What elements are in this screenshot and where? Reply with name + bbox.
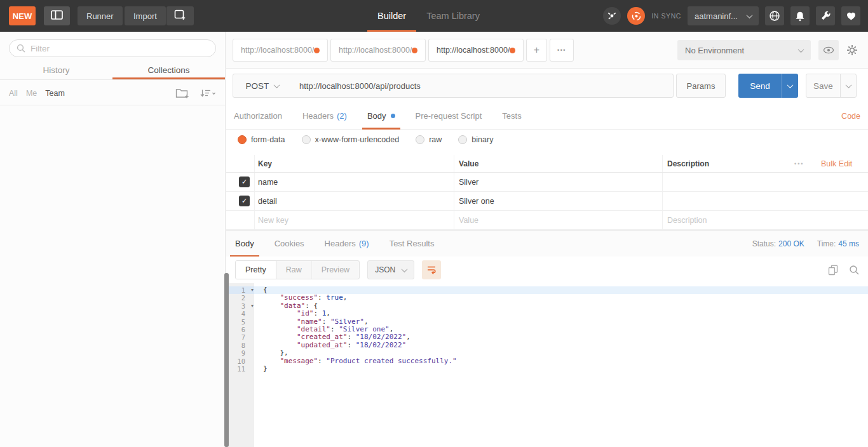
line-number: 4 xyxy=(226,310,254,317)
url-input[interactable] xyxy=(292,81,673,91)
view-mode-preview[interactable]: Preview xyxy=(312,261,359,279)
view-mode-group: PrettyRawPreview xyxy=(235,260,360,279)
table-more-button[interactable]: ••• xyxy=(794,155,804,173)
new-window-button[interactable] xyxy=(166,6,194,25)
settings-button[interactable] xyxy=(816,6,835,25)
gutter-cell[interactable]: 8 xyxy=(226,342,254,349)
fold-caret-icon[interactable]: ▾ xyxy=(251,302,254,310)
response-tab-test-results[interactable]: Test Results xyxy=(390,230,435,257)
browse-globe-button[interactable] xyxy=(765,6,784,25)
notifications-button[interactable] xyxy=(790,6,810,25)
sidebar-tab-history[interactable]: History xyxy=(0,62,112,79)
scope-me[interactable]: Me xyxy=(26,89,37,98)
fold-caret-icon[interactable]: ▾ xyxy=(251,286,254,294)
value-cell[interactable]: Silver xyxy=(459,173,478,192)
globe-icon xyxy=(769,10,780,22)
environment-preview-button[interactable] xyxy=(818,40,839,60)
runner-button[interactable]: Runner xyxy=(78,6,123,25)
response-body-editor[interactable]: 1▾{2 "success": true,3▾ "data": {4 "id":… xyxy=(226,283,868,447)
column-header-description: Description xyxy=(667,155,709,173)
request-tab[interactable]: http://localhost:8000/ xyxy=(428,39,524,62)
add-tab-button[interactable]: + xyxy=(526,39,547,62)
send-button[interactable]: Send xyxy=(738,74,798,98)
request-editor-tab-body[interactable]: Body xyxy=(367,103,395,130)
bulk-edit-link[interactable]: Bulk Edit xyxy=(821,155,852,173)
favorites-button[interactable] xyxy=(841,6,860,25)
response-tab-body[interactable]: Body xyxy=(235,230,254,257)
key-cell[interactable]: detail xyxy=(258,192,277,211)
key-cell[interactable]: name xyxy=(258,173,278,192)
gutter-cell[interactable]: 4 xyxy=(226,310,254,317)
more-tabs-button[interactable]: ••• xyxy=(550,39,574,62)
tab-label: Body xyxy=(235,239,254,248)
body-mode-x-www-form-urlencoded[interactable]: x-www-form-urlencoded xyxy=(302,135,400,144)
scope-team[interactable]: Team xyxy=(45,89,65,98)
table-row: ✓nameSilver xyxy=(226,173,868,192)
request-tab-strip: http://localhost:8000/http://localhost:8… xyxy=(226,32,868,69)
view-mode-raw[interactable]: Raw xyxy=(276,261,312,279)
method-select[interactable]: POST xyxy=(233,74,292,97)
gutter-cell[interactable]: 10 xyxy=(226,357,254,365)
gutter-cell[interactable]: 11 xyxy=(226,365,254,373)
header-count-badge: (2) xyxy=(337,111,347,121)
sort-icon[interactable] xyxy=(200,89,216,98)
response-tab-headers[interactable]: Headers(9) xyxy=(325,230,369,257)
code-link[interactable]: Code xyxy=(841,112,860,121)
new-description-placeholder[interactable]: Description xyxy=(667,211,707,230)
scope-all[interactable]: All xyxy=(9,89,18,98)
interceptor-icon[interactable] xyxy=(603,7,621,25)
body-set-dot-icon xyxy=(391,114,395,118)
row-checkbox[interactable]: ✓ xyxy=(239,196,250,206)
gutter-cell[interactable]: 2 xyxy=(226,294,254,302)
send-options-arrow[interactable] xyxy=(782,74,798,98)
account-menu-button[interactable]: aatmaninf... xyxy=(688,6,759,25)
sync-icon[interactable] xyxy=(627,7,645,25)
body-mode-raw[interactable]: raw xyxy=(416,135,442,144)
search-response-button[interactable] xyxy=(849,265,859,275)
body-mode-binary[interactable]: binary xyxy=(458,135,493,144)
body-mode-form-data[interactable]: form-data xyxy=(238,135,285,144)
request-editor-tab-headers[interactable]: Headers(2) xyxy=(302,103,347,130)
copy-button[interactable] xyxy=(828,265,838,276)
environment-select[interactable]: No Environment xyxy=(677,40,811,60)
gutter-cell[interactable]: 6 xyxy=(226,326,254,333)
row-checkbox[interactable]: ✓ xyxy=(239,177,250,187)
new-button[interactable]: NEW xyxy=(9,6,36,25)
request-tab[interactable]: http://localhost:8000/ xyxy=(233,39,328,62)
request-editor-tab-tests[interactable]: Tests xyxy=(502,103,521,130)
nav-tab-team-library[interactable]: Team Library xyxy=(416,0,490,32)
import-button[interactable]: Import xyxy=(125,6,166,25)
new-value-placeholder[interactable]: Value xyxy=(459,211,478,230)
gutter-cell[interactable]: 5 xyxy=(226,318,254,326)
gutter-cell[interactable]: 3▾ xyxy=(226,302,254,310)
settings-gear-button[interactable] xyxy=(846,44,858,58)
line-number: 10 xyxy=(226,357,254,365)
sidebar-toggle-button[interactable] xyxy=(44,6,70,25)
view-mode-pretty[interactable]: Pretty xyxy=(236,261,276,279)
new-key-placeholder[interactable]: New key xyxy=(258,211,288,230)
new-folder-icon[interactable] xyxy=(175,88,189,98)
code-line: 8 "updated_at": "18/02/2022" xyxy=(226,342,868,349)
params-button[interactable]: Params xyxy=(676,74,726,98)
save-options-arrow[interactable] xyxy=(840,74,856,97)
save-button[interactable]: Save xyxy=(806,74,857,98)
request-tab[interactable]: http://localhost:8000/ xyxy=(330,39,426,62)
wrap-text-button[interactable] xyxy=(422,260,441,279)
request-editor-tab-pre-request-script[interactable]: Pre-request Script xyxy=(416,103,482,130)
sync-status-label: IN SYNC xyxy=(651,12,681,20)
response-tab-cookies[interactable]: Cookies xyxy=(275,230,304,257)
scope-filters: AllMeTeam xyxy=(9,89,65,98)
scrollbar-thumb[interactable] xyxy=(224,273,229,447)
format-select[interactable]: JSON xyxy=(367,260,414,279)
filter-input[interactable] xyxy=(31,44,208,53)
sidebar-tab-collections[interactable]: Collections xyxy=(112,62,225,79)
code-line: 2 "success": true, xyxy=(226,294,868,302)
request-editor-tab-authorization[interactable]: Authorization xyxy=(234,103,282,130)
gutter-cell[interactable]: 1▾ xyxy=(226,286,254,294)
value-cell[interactable]: Silver one xyxy=(459,192,494,211)
table-rows: ✓nameSilver✓detailSilver oneNew keyValue… xyxy=(226,173,868,230)
gutter-cell[interactable]: 9 xyxy=(226,349,254,357)
new-window-icon xyxy=(174,10,186,22)
gutter-cell[interactable]: 7 xyxy=(226,333,254,341)
nav-tab-builder[interactable]: Builder xyxy=(367,0,416,32)
